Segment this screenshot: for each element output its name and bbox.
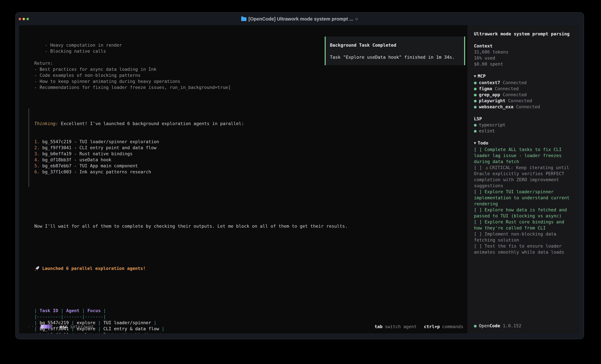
output-line: - Code examples of non-blocking patterns bbox=[34, 72, 464, 78]
minimize-button[interactable] bbox=[22, 18, 25, 20]
thinking-intro: Excellent! I've launched 6 background ex… bbox=[61, 121, 244, 126]
thinking-item: 6. bg_37f1c003 - Ink async patterns rese… bbox=[34, 169, 464, 175]
mcp-list: ●context7 Connected●figma Connected●grep… bbox=[474, 80, 573, 110]
status-dot-icon: ● bbox=[474, 86, 477, 91]
checkbox-icon: [ ] bbox=[474, 243, 485, 249]
conversation-stream: - Heavy computation in render - Blocking… bbox=[34, 30, 464, 333]
esc-key-label: interrupt bbox=[70, 324, 94, 329]
checkbox-icon: [ ] bbox=[474, 219, 485, 224]
thinking-item: 3. bg_b0effa19 - Rust native bindings bbox=[34, 151, 464, 157]
toast-body: Task "Explore useData hook" finished in … bbox=[330, 54, 464, 60]
ctrlp-key-hint: ctrl+p bbox=[424, 324, 440, 329]
table-separator-row: |---------|-------|-------| bbox=[34, 314, 464, 320]
wait-text: Now I'll wait for all of them to complet… bbox=[34, 223, 464, 229]
title-bar[interactable]: [OpenCode] Ultrawork mode system prompt … bbox=[16, 13, 584, 25]
window-title: [OpenCode] Ultrawork mode system prompt … bbox=[241, 16, 358, 22]
checkbox-icon: [ ] bbox=[474, 207, 485, 212]
mcp-item: ●context7 Connected bbox=[474, 80, 573, 86]
todo-section-toggle[interactable]: ▼Todo bbox=[474, 140, 573, 146]
todo-item: [ ] ⚠CRITICAL: Keep iterating until Orac… bbox=[474, 164, 573, 189]
traffic-lights bbox=[19, 13, 29, 25]
right-sidebar[interactable]: Ultrawork mode system prompt parsing Con… bbox=[467, 25, 579, 333]
thinking-agent-list: 1. bg_5547c219 - TUI loader/spinner expl… bbox=[34, 139, 464, 175]
mcp-section-toggle[interactable]: ▼MCP bbox=[474, 73, 573, 80]
status-dot-icon: ● bbox=[474, 92, 477, 97]
checkbox-icon: [ ] bbox=[474, 147, 485, 152]
lsp-item: ●typescript bbox=[474, 122, 573, 128]
table-row: | bg_b0effa19 | explore | Rust native bi… bbox=[34, 332, 464, 333]
mcp-item: ●websearch_exa Connected bbox=[474, 104, 573, 110]
status-dot-icon: ● bbox=[474, 323, 477, 328]
zoom-button[interactable] bbox=[26, 18, 29, 20]
launch-banner: Launched 6 parallel exploration agents! bbox=[34, 265, 464, 271]
todo-item: [ ] Implement non-blocking data fetching… bbox=[474, 231, 573, 243]
todo-list: [ ] Complete ALL tasks to fix CLI loader… bbox=[474, 146, 573, 255]
todo-item: [ ] Explore how data is fetched and pass… bbox=[474, 207, 573, 219]
toast-title: Background Task Completed bbox=[330, 42, 464, 48]
status-dot-icon: ● bbox=[474, 122, 477, 127]
mcp-item: ●figma Connected bbox=[474, 86, 573, 92]
checkbox-icon: [ ] bbox=[474, 231, 485, 237]
status-dot-icon: ● bbox=[474, 128, 477, 134]
output-line: - How to keep spinner animating during h… bbox=[34, 78, 464, 84]
output-line: - Recommendations for fixing loader free… bbox=[34, 84, 464, 90]
status-dot-icon: ● bbox=[474, 98, 477, 103]
thinking-block: Thinking: Excellent! I've launched 6 bac… bbox=[29, 108, 464, 187]
context-spent: $0.00 spent bbox=[474, 61, 573, 67]
warning-icon: ⚠ bbox=[486, 165, 488, 170]
window-title-text: [OpenCode] Ultrawork mode system prompt … bbox=[248, 16, 353, 22]
context-tokens: 31,686 tokens bbox=[474, 49, 573, 55]
launch-banner-text: Launched 6 parallel exploration agents! bbox=[42, 265, 146, 271]
chevron-down-icon: ▼ bbox=[474, 141, 476, 145]
status-right-group: tabswitch agent ctrl+pcommands bbox=[368, 324, 463, 329]
ctrlp-key-label: commands bbox=[442, 324, 463, 329]
thinking-item: 4. bg_df18bb3f - useData hook bbox=[34, 157, 464, 163]
context-heading: Context bbox=[474, 43, 573, 49]
spinner-dots: ··· bbox=[27, 324, 39, 329]
mcp-item: ●playwright Connected bbox=[474, 98, 573, 104]
mcp-item: ●grep_app Connected bbox=[474, 92, 573, 98]
app-version: 1.0.152 bbox=[500, 323, 521, 328]
chevron-down-icon: ▼ bbox=[474, 74, 476, 78]
progress-spinner bbox=[41, 325, 52, 329]
todo-item: [ ] Test the fix to ensure loader animat… bbox=[474, 243, 573, 255]
app-name: Open bbox=[479, 323, 490, 328]
thinking-item: 5. bg_eb87ebb7 - TUI App main component bbox=[34, 163, 464, 169]
session-title: Ultrawork mode system prompt parsing bbox=[474, 31, 573, 37]
toast-notification[interactable]: Background Task Completed Task "Explore … bbox=[325, 37, 465, 65]
table-header-row: | Task ID | Agent | Focus | bbox=[34, 307, 464, 314]
thinking-label: Thinking: bbox=[34, 121, 58, 126]
lsp-list: ●typescript●eslint bbox=[474, 122, 573, 134]
thinking-item: 1. bg_5547c219 - TUI loader/spinner expl… bbox=[34, 139, 464, 145]
tab-key-hint: tab bbox=[375, 324, 383, 329]
status-bar: ··· esc interrupt tabswitch agent ctrl+p… bbox=[27, 324, 463, 330]
sidebar-footer: ●OpenCode 1.0.152 bbox=[474, 323, 521, 329]
checkbox-icon: [ ] bbox=[474, 189, 485, 194]
close-button[interactable] bbox=[19, 18, 21, 20]
esc-key-hint: esc bbox=[60, 324, 68, 329]
context-used: 16% used bbox=[474, 55, 573, 61]
output-line: - Best practices for async data loading … bbox=[34, 66, 464, 72]
todo-item: [ ] Explore TUI loader/spinner implement… bbox=[474, 189, 573, 207]
folder-icon bbox=[241, 17, 246, 21]
checkbox-icon: [ ] bbox=[474, 165, 485, 170]
status-dot-icon: ● bbox=[474, 80, 477, 85]
thinking-item: 2. bg_f9ff3041 - CLI entry point and dat… bbox=[34, 145, 464, 151]
app-window: [OpenCode] Ultrawork mode system prompt … bbox=[15, 12, 584, 339]
status-dot-icon: ● bbox=[474, 104, 477, 109]
lsp-item: ●eslint bbox=[474, 128, 573, 134]
todo-item: [ ] Explore Rust core bindings and how t… bbox=[474, 219, 573, 231]
terminal-main-pane[interactable]: - Heavy computation in render - Blocking… bbox=[19, 25, 467, 333]
tab-key-label: switch agent bbox=[385, 324, 417, 329]
rocket-icon bbox=[34, 266, 40, 271]
lsp-heading: LSP bbox=[474, 116, 573, 122]
circle-icon: ○ bbox=[355, 16, 358, 22]
todo-item: [ ] Complete ALL tasks to fix CLI loader… bbox=[474, 146, 573, 164]
